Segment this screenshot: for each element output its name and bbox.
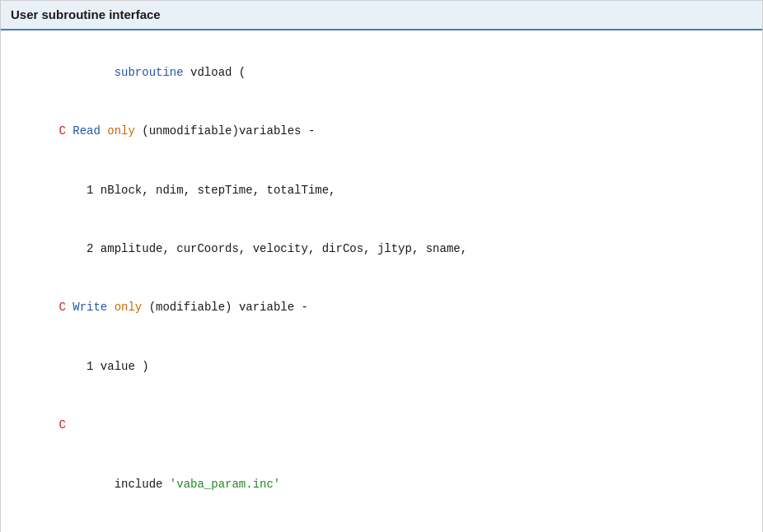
keyword-read: Read — [73, 124, 101, 138]
code-line-8: include 'vaba_param.inc' — [17, 455, 746, 514]
page-title: User subroutine interface — [11, 7, 161, 21]
code-line-4: 2 amplitude, curCoords, velocity, dirCos… — [17, 220, 746, 278]
comment-c: C — [59, 124, 65, 138]
comment-c: C — [59, 301, 65, 314]
code-text: amplitude, curCoords, velocity, dirCos, … — [101, 242, 467, 255]
code-line-2: C Read only (unmodifiable)variables - — [17, 102, 746, 161]
keyword-write: Write — [73, 301, 107, 314]
code-text — [66, 124, 73, 138]
code-area: subroutine vdload ( C Read only (unmodif… — [1, 30, 762, 532]
code-line-9: C — [17, 514, 746, 532]
line-num: 1 — [59, 360, 100, 373]
code-line-5: C Write only (modifiable) variable - — [17, 279, 746, 338]
code-text: vdload ( — [184, 66, 246, 79]
string-include: 'vaba_param.inc' — [170, 478, 280, 491]
code-line-1: subroutine vdload ( — [17, 44, 746, 102]
code-text: nBlock, ndim, stepTime, totalTime, — [101, 184, 336, 197]
keyword-subroutine: subroutine — [115, 66, 184, 79]
code-text: (modifiable) variable - — [142, 301, 308, 314]
keyword-only2: only — [115, 301, 143, 314]
code-text — [66, 301, 73, 314]
code-text — [107, 301, 114, 314]
line-num: 2 — [59, 242, 100, 255]
main-container: User subroutine interface subroutine vdl… — [0, 0, 763, 532]
line-num: 1 — [59, 184, 100, 197]
header-bar: User subroutine interface — [1, 1, 762, 30]
code-line-3: 1 nBlock, ndim, stepTime, totalTime, — [17, 161, 746, 220]
keyword-only: only — [107, 124, 135, 138]
code-text — [59, 66, 114, 79]
code-text: (unmodifiable)variables - — [135, 124, 315, 138]
code-line-6: 1 value ) — [17, 338, 746, 396]
comment-c-standalone: C — [59, 418, 65, 432]
code-text — [101, 124, 107, 138]
code-text: value ) — [101, 360, 149, 373]
code-text: include — [59, 478, 169, 491]
code-line-7: C — [17, 396, 746, 455]
